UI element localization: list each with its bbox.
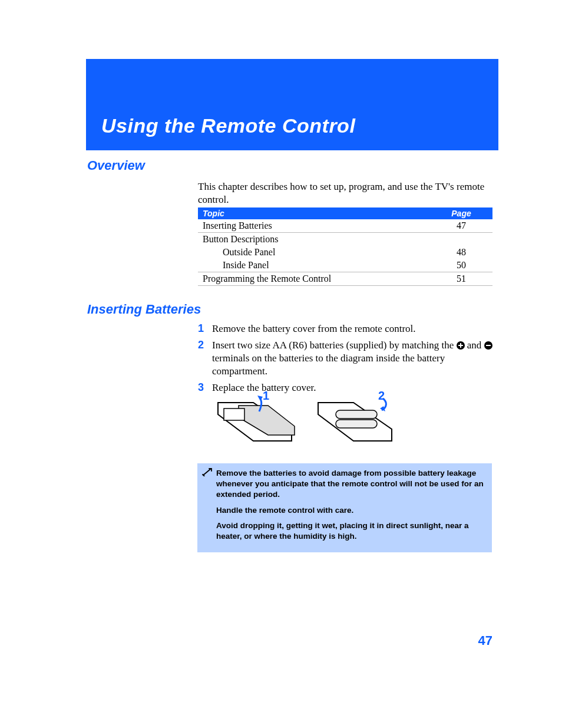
toc-topic: Inserting Batteries (198, 219, 430, 233)
note-icon (202, 468, 213, 476)
svg-marker-3 (257, 396, 263, 401)
table-row: Inside Panel 50 (198, 259, 492, 272)
toc-page: 48 (430, 246, 492, 259)
table-row: Button Descriptions (198, 233, 492, 246)
section-heading-inserting-batteries: Inserting Batteries (87, 302, 201, 317)
step-number: 1 (198, 322, 212, 335)
minus-terminal-icon (484, 341, 492, 350)
plus-terminal-icon (457, 341, 465, 350)
table-row: Programming the Remote Control 51 (198, 272, 492, 286)
table-row: Outside Panel 48 (198, 246, 492, 259)
step-1: 1 Remove the battery cover from the remo… (198, 322, 492, 335)
svg-rect-5 (336, 410, 377, 419)
step-number: 3 (198, 381, 212, 394)
toc-page: 51 (430, 272, 492, 286)
svg-rect-6 (336, 420, 377, 428)
note-paragraph: Handle the remote control with care. (216, 505, 486, 516)
remote-cover-open-illustration (212, 394, 300, 453)
toc-page (430, 233, 492, 246)
note-box: Remove the batteries to avoid damage fro… (197, 463, 492, 552)
overview-intro-text: This chapter describes how to set up, pr… (198, 180, 492, 206)
step-2: 2 Insert two size AA (R6) batteries (sup… (198, 339, 492, 378)
topic-page-table: Topic Page Inserting Batteries 47 Button… (198, 207, 492, 286)
toc-page: 50 (430, 259, 492, 272)
section-heading-overview: Overview (87, 158, 145, 173)
toc-topic-sub: Outside Panel (198, 246, 430, 259)
note-paragraph: Remove the batteries to avoid damage fro… (216, 468, 486, 500)
step-number: 2 (198, 339, 212, 378)
chapter-hero: Using the Remote Control (86, 59, 498, 150)
table-row: Inserting Batteries 47 (198, 219, 492, 233)
toc-topic: Programming the Remote Control (198, 272, 430, 286)
table-header-page: Page (430, 207, 492, 219)
toc-page: 47 (430, 219, 492, 233)
table-header-topic: Topic (198, 207, 430, 219)
toc-topic: Button Descriptions (198, 233, 430, 246)
page-number: 47 (478, 633, 492, 648)
steps-list: 1 Remove the battery cover from the remo… (198, 322, 492, 398)
battery-diagram: 1 2 (212, 388, 495, 456)
note-paragraph: Avoid dropping it, getting it wet, placi… (216, 521, 486, 542)
chapter-title: Using the Remote Control (101, 114, 355, 137)
remote-batteries-installed-illustration (312, 394, 401, 453)
step-text: Remove the battery cover from the remote… (212, 322, 492, 335)
svg-marker-2 (224, 409, 244, 420)
toc-topic-sub: Inside Panel (198, 259, 430, 272)
step-text: Insert two size AA (R6) batteries (suppl… (212, 339, 492, 378)
